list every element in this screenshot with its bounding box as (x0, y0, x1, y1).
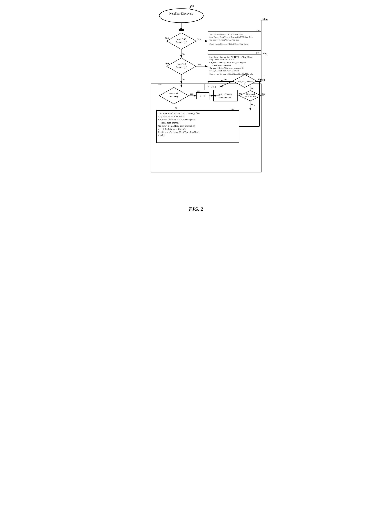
no-216: No (251, 87, 254, 90)
stop-214: Stop (260, 78, 265, 81)
no-206: No (182, 78, 185, 81)
ref-214-c: 214 (243, 72, 246, 75)
b212-7: Passive scan Ch_num ● (Start Time, Stop … (210, 73, 254, 75)
b210-1: Start Time = Beacon CAP/CP Start Time (210, 33, 243, 35)
main-diagram: 202 Neighbor Discovery Intra-BSS Discove… (122, 4, 270, 203)
box222-t: i = 0 (200, 94, 205, 97)
b212-5: Ch_num=0,1,2....(Total_num_channels-1) (210, 67, 243, 69)
b224-8: for all n (158, 134, 165, 136)
b212-4: (Total_num_channels) (213, 64, 231, 66)
yes-216-path: Yes (262, 92, 265, 95)
figure-caption: FIG. 2 (189, 206, 203, 212)
b212-2: Stop Time = Start Time + delta (210, 58, 235, 61)
no-204: No (182, 53, 185, 55)
ref-222-c: 222 (197, 90, 200, 93)
ref-206-c: 206 (165, 62, 169, 65)
b220-1: Active/Passive (218, 93, 232, 95)
d216-t1: Discovered (246, 93, 255, 95)
nd-label1: Neighbor Discovery (169, 12, 193, 15)
d208-t2: Discovery? (168, 95, 179, 98)
ref-224-c: 224 (231, 108, 234, 111)
stop-top: Stop (262, 18, 267, 20)
b210-3: Ch_num = Serving Cov-AP Ch_num (210, 39, 239, 41)
d214-t1: i = (244, 78, 246, 80)
ref-202-clean: 202 (190, 5, 194, 7)
ref-212-c: 212 (256, 52, 260, 54)
b212-6: n=1,2,3....Total_num_Cov-APs/Cell (210, 70, 239, 72)
b224-5: Ch_num = 0,1,2....(Total_num_channels-1) (158, 125, 195, 127)
b224-7: Passive scan Ch_num ● (Start Time, Stop … (158, 131, 199, 133)
d204-t2: Discovery? (176, 41, 187, 43)
b224-3: Ch_num = (Ref Cov-AP Ch_num + n)mod (158, 119, 195, 121)
no-214: No (224, 78, 227, 81)
d216-t2: Ref. Cov-AP? (245, 95, 256, 98)
yes-206: Yes (197, 63, 201, 66)
b212-1: Start Time = Serving Cov-AP TBTT + n*Bcn… (210, 56, 252, 58)
b210-4: Passive scan Ch_num ● (Start Time, Stop … (210, 43, 249, 45)
d208-t1: Inter-Cell (169, 92, 179, 95)
b224-4: (Total_num_channels) (161, 122, 180, 124)
ref-210-c: 210 (256, 29, 260, 32)
ref-208-c: 208 (158, 83, 162, 86)
d206-t2: Discovery? (176, 66, 187, 68)
ref-204-c: 204 (165, 37, 169, 39)
b210-2: Stop Time = Start Time + Beacon CAP/CP S… (210, 36, 253, 38)
yes-204: Yes (197, 38, 201, 41)
b224-2: Stop Time = Start Time + delta (158, 115, 185, 118)
d214-t3: ? (244, 83, 245, 85)
b212-3: Ch_num = (Serving Cov-AP Ch_num+n)mod (210, 61, 247, 64)
start-oval-clean (159, 9, 203, 23)
yes-216: Yes (251, 104, 255, 106)
d214-t2: Total_num_channels (237, 81, 253, 82)
d204-t1: Intra-BSS (177, 38, 186, 41)
b224-1: Start Time = Ref Cov-AP TBTT + n*Bcn_Off… (158, 112, 200, 114)
stop-212: Stop (262, 52, 267, 55)
b220-2: scan channel i (219, 96, 232, 99)
b224-6: n = 1,2,3....Total_num_Cov-APs (158, 128, 186, 130)
d206-t1: Intra-Cell (177, 63, 186, 66)
box218-t: i = i + 1 (208, 86, 216, 88)
ref-218-c: 218 (206, 81, 210, 84)
no-208: No (175, 107, 178, 109)
yes-208: Yes (190, 92, 193, 95)
